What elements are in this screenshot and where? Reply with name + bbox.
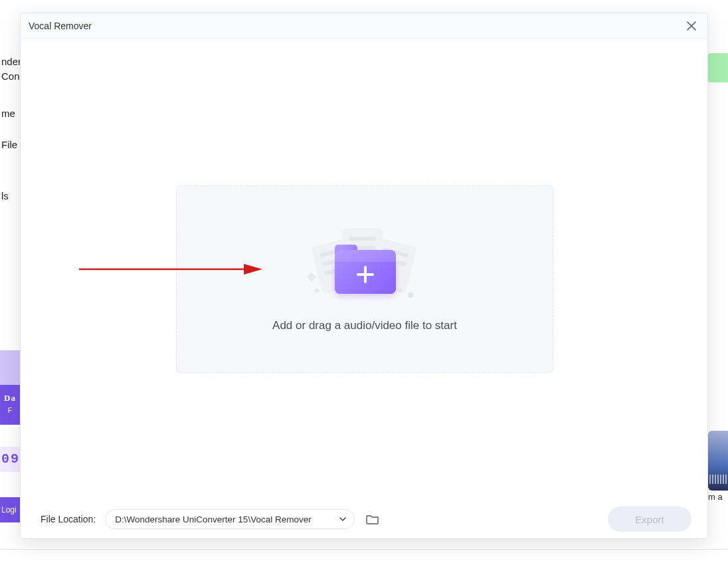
modal-header: Vocal Remover <box>21 13 707 39</box>
bg-text: F <box>0 406 20 414</box>
file-location-select[interactable]: D:\Wondershare UniConverter 15\Vocal Rem… <box>105 509 355 529</box>
dropzone-illustration <box>308 226 421 300</box>
bg-sidebar-tile <box>0 350 20 385</box>
export-button-label: Export <box>635 514 664 525</box>
modal-title: Vocal Remover <box>29 21 92 31</box>
bg-thumbnail <box>708 431 728 491</box>
bg-divider <box>0 549 728 550</box>
bg-text: Da <box>0 393 20 403</box>
file-location-label: File Location: <box>41 514 96 524</box>
bg-login-button: Logi <box>0 497 20 522</box>
bg-text: ls <box>0 190 20 202</box>
file-location-path: D:\Wondershare UniConverter 15\Vocal Rem… <box>115 514 311 524</box>
bg-text: nder <box>0 56 20 68</box>
export-button[interactable]: Export <box>608 507 691 532</box>
bg-text: m a <box>708 492 728 502</box>
bg-text: File <box>0 139 20 151</box>
sparkle-icon <box>314 288 319 293</box>
sparkle-icon <box>307 273 316 282</box>
dot-icon <box>399 288 402 292</box>
vocal-remover-modal: Vocal Remover <box>20 13 708 539</box>
close-button[interactable] <box>682 17 701 35</box>
dot-icon <box>408 292 413 298</box>
folder-open-icon <box>366 513 379 525</box>
chevron-down-icon <box>339 516 346 522</box>
modal-footer: File Location: D:\Wondershare UniConvert… <box>21 500 707 538</box>
close-icon <box>686 21 697 31</box>
plus-icon <box>357 266 374 283</box>
bg-right-tile <box>708 53 728 82</box>
waveform-icon <box>709 475 727 484</box>
modal-body: Add or drag a audio/video file to start <box>21 39 707 500</box>
file-dropzone[interactable]: Add or drag a audio/video file to start <box>176 185 553 373</box>
browse-folder-button[interactable] <box>364 512 381 526</box>
bg-text: me <box>0 108 20 120</box>
bg-timecode: 09 <box>0 447 20 472</box>
bg-sidebar-tile: Da F <box>0 385 20 425</box>
dropzone-caption: Add or drag a audio/video file to start <box>272 319 457 332</box>
bg-left-fragments: nder Con me File ls <box>0 0 20 565</box>
folder-add-icon <box>335 250 396 294</box>
bg-text: Con <box>0 70 20 82</box>
